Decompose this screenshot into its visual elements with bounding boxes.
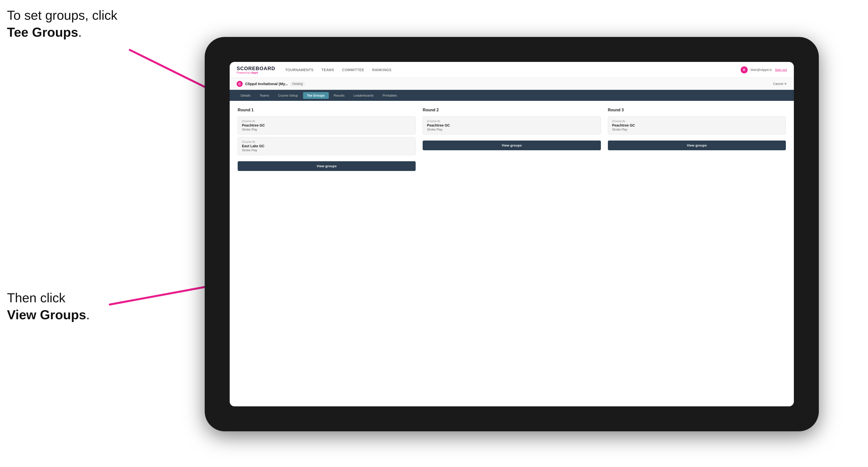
round-1-course-b-format: Stroke Play [242, 149, 411, 152]
tab-details[interactable]: Details [237, 92, 255, 99]
round-1-course-b-card: (Course B) East Lake GC Stroke Play [238, 137, 416, 155]
content-area: Round 1 (Course A) Peachtree GC Stroke P… [230, 101, 794, 406]
tab-bar: Details Teams Course Setup Tee Groups Re… [230, 90, 794, 101]
round-2-course-a-card: (Course A) Peachtree GC Stroke Play [423, 116, 601, 134]
tab-leaderboards[interactable]: Leaderboards [349, 92, 377, 99]
nav-committee[interactable]: COMMITTEE [342, 68, 365, 72]
round-3-course-a-label: (Course A) [612, 120, 782, 123]
round-3-view-groups-button[interactable]: View groups [608, 141, 786, 150]
nav-tournaments[interactable]: TOURNAMENTS [285, 68, 313, 72]
round-3-title: Round 3 [608, 108, 786, 112]
nav-rankings[interactable]: RANKINGS [372, 68, 392, 72]
round-3-course-a-card: (Course A) Peachtree GC Stroke Play [608, 116, 786, 134]
logo-text: SCOREBOARD [237, 66, 275, 71]
instruction-top-period: . [78, 25, 82, 39]
top-nav-links: TOURNAMENTS TEAMS COMMITTEE RANKINGS [285, 68, 740, 72]
round-1-course-a-name: Peachtree GC [242, 123, 411, 127]
user-email: blair@clippd.io [751, 68, 772, 72]
top-nav-right: B blair@clippd.io Sign out [741, 66, 787, 73]
instruction-top-line1: To set groups, click [7, 8, 117, 23]
round-2-course-a-format: Stroke Play [427, 128, 596, 131]
round-1-course-b-label: (Course B) [242, 140, 411, 143]
round-3-column: Round 3 (Course A) Peachtree GC Stroke P… [608, 108, 786, 171]
round-2-title: Round 2 [423, 108, 601, 112]
round-1-course-a-format: Stroke Play [242, 128, 411, 131]
round-1-course-a-card: (Course A) Peachtree GC Stroke Play [238, 116, 416, 134]
nav-teams[interactable]: TEAMS [321, 68, 334, 72]
round-1-course-b-name: East Lake GC [242, 144, 411, 148]
round-1-course-a-label: (Course A) [242, 120, 411, 123]
round-1-view-groups-button[interactable]: View groups [238, 161, 416, 171]
instruction-top: To set groups, click Tee Groups. [7, 7, 117, 41]
instruction-bottom-line2: View Groups [7, 308, 86, 322]
sign-out-link[interactable]: Sign out [775, 68, 787, 72]
round-1-title: Round 1 [238, 108, 416, 112]
tab-course-setup[interactable]: Course Setup [274, 92, 302, 99]
sub-header-left: C Clippd Invitational (My... Hosting [237, 81, 305, 87]
logo-sub: Powered by clippit [237, 71, 275, 74]
tab-tee-groups[interactable]: Tee Groups [303, 92, 329, 99]
round-2-view-groups-button[interactable]: View groups [423, 141, 601, 150]
round-2-course-a-label: (Course A) [427, 120, 596, 123]
tab-teams[interactable]: Teams [256, 92, 273, 99]
round-3-course-a-format: Stroke Play [612, 128, 782, 131]
round-2-column: Round 2 (Course A) Peachtree GC Stroke P… [423, 108, 601, 171]
top-navbar: SCOREBOARD Powered by clippit TOURNAMENT… [230, 62, 794, 78]
tab-results[interactable]: Results [330, 92, 348, 99]
tournament-title: Clippd Invitational (My... [245, 82, 288, 86]
sub-header: C Clippd Invitational (My... Hosting Can… [230, 78, 794, 90]
tournament-logo: C [237, 81, 243, 87]
tablet-screen: SCOREBOARD Powered by clippit TOURNAMENT… [230, 62, 794, 406]
tab-printables[interactable]: Printables [378, 92, 401, 99]
tablet-device: SCOREBOARD Powered by clippit TOURNAMENT… [205, 37, 819, 431]
rounds-container: Round 1 (Course A) Peachtree GC Stroke P… [238, 108, 786, 171]
round-2-course-a-name: Peachtree GC [427, 123, 596, 127]
user-avatar: B [741, 66, 748, 73]
round-3-course-a-name: Peachtree GC [612, 123, 782, 127]
hosting-badge: Hosting [290, 82, 305, 86]
instruction-bottom-period: . [86, 308, 90, 322]
instruction-top-line2: Tee Groups [7, 25, 78, 39]
instruction-bottom: Then click View Groups. [7, 289, 90, 323]
cancel-button[interactable]: Cancel ✕ [773, 82, 787, 86]
instruction-bottom-line1: Then click [7, 290, 65, 305]
logo-area: SCOREBOARD Powered by clippit [237, 66, 275, 74]
round-1-column: Round 1 (Course A) Peachtree GC Stroke P… [238, 108, 416, 171]
